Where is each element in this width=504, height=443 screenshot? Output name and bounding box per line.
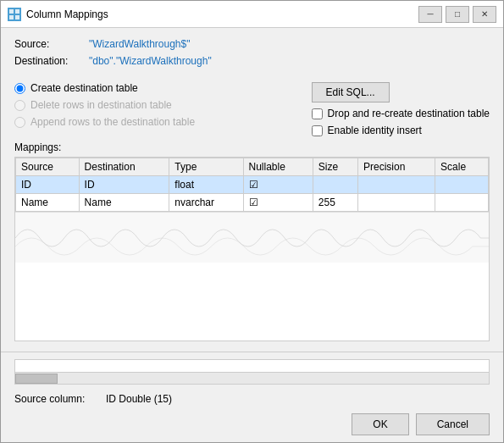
delete-rows-radio[interactable]	[14, 100, 25, 111]
delete-rows-row: Delete rows in destination table	[14, 99, 298, 111]
table-cell	[357, 194, 435, 212]
table-cell: ☑	[243, 194, 313, 212]
col-scale: Scale	[435, 158, 489, 176]
options-section: Create destination table Delete rows in …	[14, 82, 490, 136]
table-cell: ☑	[243, 176, 313, 194]
bottom-section: Source column: ID Double (15) OK Cancel	[1, 352, 503, 442]
table-cell: float	[169, 176, 243, 194]
window-title: Column Mappings	[26, 8, 418, 20]
destination-label: Destination:	[14, 55, 82, 67]
mappings-table-container: Source Destination Type Nullable Size Pr…	[14, 157, 490, 341]
source-row: Source: "WizardWalkthrough$"	[14, 38, 490, 50]
table-cell	[313, 176, 357, 194]
window-controls: ─ □ ✕	[418, 6, 496, 23]
svg-rect-2	[9, 15, 14, 19]
window-icon	[8, 8, 21, 21]
table-cell: Name	[16, 194, 80, 212]
table-cell: 255	[313, 194, 357, 212]
title-bar: Column Mappings ─ □ ✕	[1, 1, 503, 28]
enable-identity-row: Enable identity insert	[312, 125, 422, 136]
delete-rows-label: Delete rows in destination table	[30, 99, 172, 111]
svg-rect-3	[15, 15, 19, 19]
svg-rect-1	[15, 9, 19, 14]
source-column-label: Source column:	[14, 393, 99, 405]
source-label: Source:	[14, 38, 82, 50]
table-header-row: Source Destination Type Nullable Size Pr…	[16, 158, 489, 176]
footer-buttons: OK Cancel	[14, 413, 490, 435]
cancel-button[interactable]: Cancel	[416, 413, 490, 435]
append-rows-label: Append rows to the destination table	[30, 116, 195, 128]
source-value: "WizardWalkthrough$"	[89, 38, 190, 50]
mappings-section: Mappings: Source Destination Type Nullab…	[14, 141, 490, 341]
enable-identity-label: Enable identity insert	[328, 125, 422, 136]
drop-recreate-row: Drop and re-create destination table	[312, 108, 490, 119]
create-destination-row: Create destination table	[14, 82, 298, 94]
col-type: Type	[169, 158, 243, 176]
table-cell	[435, 176, 489, 194]
svg-rect-0	[9, 9, 14, 14]
destination-row: Destination: "dbo"."WizardWalkthrough"	[14, 55, 490, 67]
drop-recreate-checkbox[interactable]	[312, 108, 323, 119]
mappings-label: Mappings:	[14, 141, 490, 153]
table-cell: ID	[79, 176, 169, 194]
col-precision: Precision	[357, 158, 435, 176]
source-column-row: Source column: ID Double (15)	[14, 393, 490, 405]
table-row[interactable]: NameNamenvarchar☑255	[16, 194, 489, 212]
table-cell: nvarchar	[169, 194, 243, 212]
create-destination-radio[interactable]	[14, 83, 25, 94]
main-content: Source: "WizardWalkthrough$" Destination…	[1, 28, 503, 352]
close-button[interactable]: ✕	[473, 6, 496, 23]
destination-value: "dbo"."WizardWalkthrough"	[89, 55, 212, 67]
column-mappings-dialog: Column Mappings ─ □ ✕ Source: "WizardWal…	[0, 0, 504, 443]
table-cell: ID	[16, 176, 80, 194]
right-options: Edit SQL... Drop and re-create destinati…	[312, 82, 490, 136]
enable-identity-checkbox[interactable]	[312, 125, 323, 136]
create-destination-label: Create destination table	[30, 82, 138, 94]
left-options: Create destination table Delete rows in …	[14, 82, 298, 128]
source-column-value: ID Double (15)	[106, 393, 172, 405]
mappings-table: Source Destination Type Nullable Size Pr…	[15, 158, 489, 212]
table-cell	[435, 194, 489, 212]
table-cell: Name	[79, 194, 169, 212]
col-destination: Destination	[79, 158, 169, 176]
drop-recreate-label: Drop and re-create destination table	[328, 108, 490, 119]
minimize-button[interactable]: ─	[418, 6, 442, 23]
append-rows-row: Append rows to the destination table	[14, 116, 298, 128]
col-source: Source	[16, 158, 80, 176]
ok-button[interactable]: OK	[352, 413, 408, 435]
maximize-button[interactable]: □	[446, 6, 469, 23]
col-nullable: Nullable	[243, 158, 313, 176]
col-size: Size	[313, 158, 357, 176]
append-rows-radio[interactable]	[14, 117, 25, 128]
edit-sql-button[interactable]: Edit SQL...	[312, 82, 390, 102]
table-cell	[357, 176, 435, 194]
table-row[interactable]: IDIDfloat☑	[16, 176, 489, 194]
